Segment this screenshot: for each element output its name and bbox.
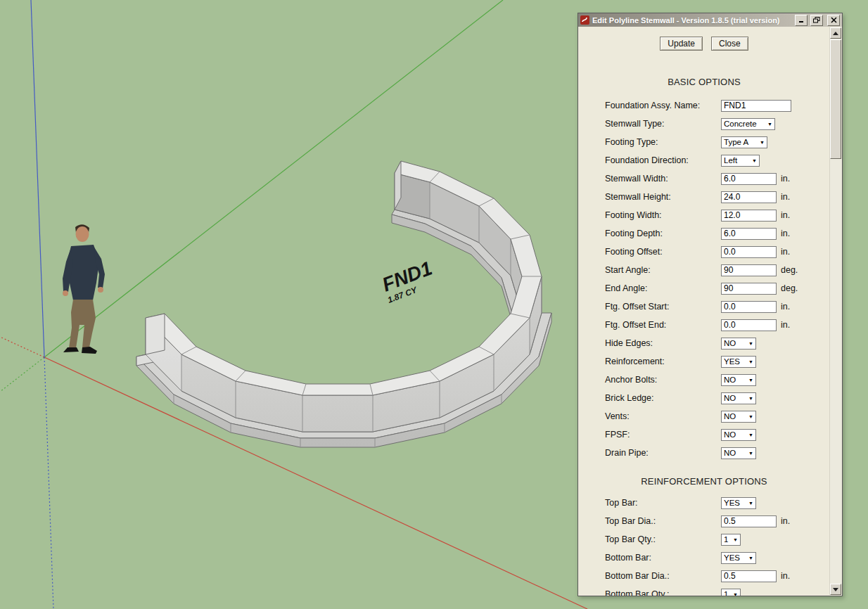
arrow-up-icon bbox=[833, 32, 838, 35]
field-label: Foundation Assy. Name: bbox=[605, 101, 721, 110]
bottom-bar-dia-input[interactable] bbox=[721, 570, 777, 582]
unit-label: in. bbox=[781, 516, 790, 526]
footing-type-select[interactable]: Type A ▼ bbox=[721, 136, 767, 148]
figure-right-hand bbox=[98, 287, 103, 293]
chevron-down-icon: ▼ bbox=[767, 122, 772, 127]
dialog-scrollbar[interactable] bbox=[829, 27, 841, 595]
close-icon bbox=[831, 17, 837, 23]
chevron-down-icon: ▼ bbox=[748, 556, 753, 560]
select-value: NO bbox=[724, 412, 736, 421]
form-row: End Angle: deg. bbox=[605, 279, 826, 297]
drain-pipe-select[interactable]: NO ▼ bbox=[721, 447, 756, 459]
footing-width-input[interactable] bbox=[721, 210, 777, 222]
select-value: Type A bbox=[724, 138, 748, 146]
field-label: Reinforcement: bbox=[605, 357, 721, 366]
close-button[interactable]: Close bbox=[711, 37, 748, 51]
vents-select[interactable]: NO ▼ bbox=[721, 411, 756, 423]
chevron-down-icon: ▼ bbox=[748, 414, 753, 419]
field-label: Stemwall Width: bbox=[605, 174, 721, 184]
field-label: Hide Edges: bbox=[605, 338, 721, 348]
field-label: Top Bar Qty.: bbox=[605, 534, 721, 544]
foundation-direction-select[interactable]: Left ▼ bbox=[721, 155, 760, 167]
minimize-button[interactable] bbox=[795, 15, 808, 26]
restore-icon bbox=[813, 17, 820, 23]
minimize-icon bbox=[798, 17, 805, 23]
field-label: Stemwall Type: bbox=[605, 119, 721, 129]
top-bar-dia-input[interactable] bbox=[721, 515, 777, 527]
field-label: Top Bar Dia.: bbox=[605, 516, 721, 526]
footing-offset-input[interactable] bbox=[721, 246, 777, 258]
bottom-bar-qty-select[interactable]: 1 ▼ bbox=[721, 589, 741, 597]
anchor-bolts-select[interactable]: NO ▼ bbox=[721, 374, 756, 386]
scroll-up-button[interactable] bbox=[830, 27, 841, 39]
unit-label: in. bbox=[781, 302, 790, 312]
select-value: Left bbox=[724, 156, 737, 165]
form-row: Top Bar: YES ▼ bbox=[605, 494, 826, 512]
form-row: Vents: NO ▼ bbox=[605, 407, 826, 425]
chevron-down-icon: ▼ bbox=[748, 501, 753, 506]
top-bar-select[interactable]: YES ▼ bbox=[721, 497, 756, 509]
stemwall-type-select[interactable]: Concrete ▼ bbox=[721, 118, 775, 130]
form-row: Footing Type: Type A ▼ bbox=[605, 133, 826, 151]
end-angle-input[interactable] bbox=[721, 283, 777, 295]
brick-ledge-select[interactable]: NO ▼ bbox=[721, 392, 756, 404]
bottom-bar-select[interactable]: YES ▼ bbox=[721, 552, 756, 564]
select-value: YES bbox=[724, 499, 740, 507]
field-label: Stemwall Height: bbox=[605, 192, 721, 202]
field-label: Vents: bbox=[605, 411, 721, 421]
chevron-down-icon: ▼ bbox=[748, 359, 753, 364]
form-row: Foundation Direction: Left ▼ bbox=[605, 151, 826, 169]
form-row: Stemwall Type: Concrete ▼ bbox=[605, 115, 826, 133]
field-label: Ftg. Offset End: bbox=[605, 320, 721, 330]
unit-label: in. bbox=[781, 320, 790, 330]
arrow-down-icon bbox=[833, 588, 838, 591]
form-row: Brick Ledge: NO ▼ bbox=[605, 389, 826, 407]
form-row: FPSF: NO ▼ bbox=[605, 425, 826, 444]
field-label: Top Bar: bbox=[605, 498, 721, 508]
dialog-titlebar[interactable]: Edit Polyline Stemwall - Version 1.8.5 (… bbox=[578, 13, 842, 27]
start-angle-input[interactable] bbox=[721, 264, 777, 276]
ftg-offset-start-input[interactable] bbox=[721, 301, 777, 313]
stemwall-width-input[interactable] bbox=[721, 173, 777, 185]
update-button[interactable]: Update bbox=[660, 37, 703, 51]
form-row: Hide Edges: NO ▼ bbox=[605, 334, 826, 352]
field-label: Ftg. Offset Start: bbox=[605, 302, 721, 312]
field-label: Foundation Direction: bbox=[605, 155, 721, 165]
unit-label: in. bbox=[781, 571, 790, 581]
form-row: Anchor Bolts: NO ▼ bbox=[605, 371, 826, 389]
foundation-name-input[interactable] bbox=[721, 100, 791, 112]
stemwall-height-input[interactable] bbox=[721, 191, 777, 203]
unit-label: in. bbox=[781, 210, 790, 220]
form-row: Bottom Bar: YES ▼ bbox=[605, 549, 826, 567]
select-value: 1 bbox=[724, 590, 728, 596]
form-row: Ftg. Offset End: in. bbox=[605, 316, 826, 334]
fpsf-select[interactable]: NO ▼ bbox=[721, 429, 756, 441]
select-value: Concrete bbox=[724, 120, 757, 128]
close-window-button[interactable] bbox=[827, 15, 840, 26]
unit-label: in. bbox=[781, 192, 790, 202]
hide-edges-select[interactable]: NO ▼ bbox=[721, 338, 756, 350]
scrollbar-thumb[interactable] bbox=[830, 39, 841, 159]
form-row: Bottom Bar Qty.: 1 ▼ bbox=[605, 585, 826, 596]
chevron-down-icon: ▼ bbox=[748, 341, 753, 346]
form-row: Footing Width: in. bbox=[605, 206, 826, 224]
form-row: Stemwall Width: in. bbox=[605, 169, 826, 188]
field-label: Bottom Bar Dia.: bbox=[605, 571, 721, 581]
form-row: Reinforcement: YES ▼ bbox=[605, 352, 826, 371]
field-label: Brick Ledge: bbox=[605, 393, 721, 403]
stemwall-plugin-icon bbox=[580, 15, 589, 25]
basic-options-header: BASIC OPTIONS bbox=[578, 77, 830, 87]
reinforcement-select[interactable]: YES ▼ bbox=[721, 356, 756, 368]
sketchup-window: FND1 1.87 CY Edit Polyline Stemwall - Ve… bbox=[0, 0, 868, 609]
restore-button[interactable] bbox=[810, 15, 823, 26]
select-value: NO bbox=[724, 449, 736, 457]
basic-options-form: Foundation Assy. Name: Stemwall Type: Co… bbox=[605, 96, 826, 462]
top-bar-qty-select[interactable]: 1 ▼ bbox=[721, 534, 741, 546]
chevron-down-icon: ▼ bbox=[733, 592, 738, 597]
scroll-down-button[interactable] bbox=[830, 584, 841, 595]
unit-label: in. bbox=[781, 229, 790, 238]
ftg-offset-end-input[interactable] bbox=[721, 319, 777, 331]
footing-depth-input[interactable] bbox=[721, 228, 777, 240]
form-row: Top Bar Dia.: in. bbox=[605, 512, 826, 530]
unit-label: deg. bbox=[781, 265, 798, 275]
